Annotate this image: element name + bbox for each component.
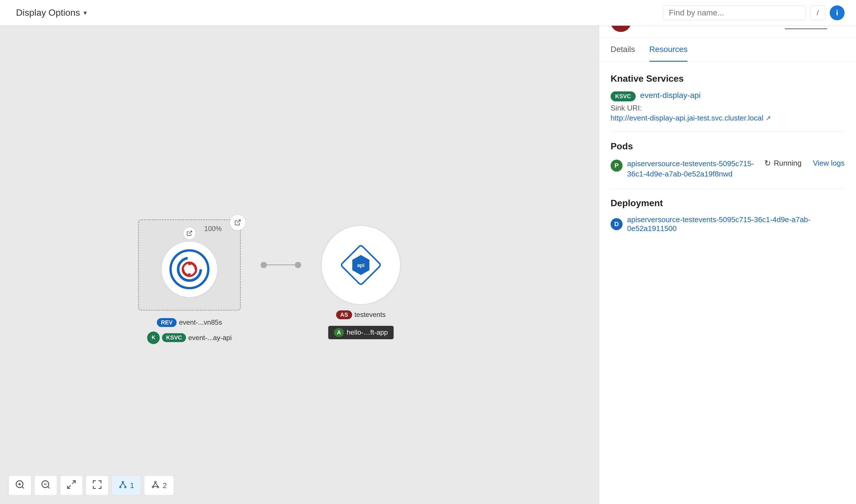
chevron-down-icon: ▾	[84, 9, 87, 17]
svg-line-15	[68, 485, 71, 489]
svg-point-21	[155, 481, 156, 483]
external-link-icon: ↗	[766, 114, 771, 122]
tab-details[interactable]: Details	[611, 38, 635, 62]
target-circle: api	[321, 225, 401, 305]
pod-name-link[interactable]: apiserversource-testevents-5095c715-36c1…	[627, 159, 764, 179]
topology-1-label: 1	[130, 481, 134, 490]
fit-icon	[66, 480, 76, 492]
topology-canvas: 100%	[0, 26, 599, 504]
rev-badge: REV	[157, 318, 177, 327]
zoom-out-icon	[40, 480, 51, 492]
svg-line-0	[237, 220, 240, 223]
deployment-title: Deployment	[611, 198, 844, 209]
topology-1-button[interactable]: 1	[111, 475, 141, 496]
as-label: testevents	[354, 311, 385, 319]
pod-badge: P	[611, 160, 623, 172]
zoom-in-icon	[15, 480, 25, 492]
connector	[264, 265, 298, 265]
svg-line-24	[153, 483, 156, 486]
deploy-badge: D	[611, 218, 623, 230]
svg-line-1	[189, 231, 192, 234]
a-badge: A	[334, 328, 344, 337]
zoom-in-button[interactable]	[8, 475, 31, 496]
target-as-row: AS testevents	[336, 310, 386, 319]
panel-tabs: Details Resources	[599, 38, 856, 62]
running-icon: ↻	[764, 159, 771, 168]
topology-2-label: 2	[162, 481, 167, 490]
running-status: ↻ Running	[764, 159, 801, 168]
ksvc-label: event-...ay-api	[188, 334, 232, 342]
sink-uri-label: Sink URI:	[611, 104, 844, 112]
top-bar: Display Options ▾ / i	[0, 0, 856, 26]
expand-button[interactable]	[86, 475, 108, 496]
target-a-row: A hello-…ft-app	[328, 326, 394, 339]
tab-resources[interactable]: Resources	[649, 38, 688, 62]
svg-line-14	[72, 481, 75, 484]
bottom-toolbar: 1 2	[8, 475, 174, 496]
svg-text:api: api	[357, 263, 365, 268]
ksvc-k-icon: K	[147, 331, 160, 344]
panel-content: Knative Services KSVC event-display-api …	[599, 62, 856, 504]
search-area: / i	[663, 5, 844, 20]
expand-icon	[92, 480, 102, 492]
source-circle	[161, 241, 218, 298]
svg-line-20	[123, 483, 125, 486]
ksvc-card: KSVC event-display-api	[611, 91, 844, 101]
rev-badge-row: REV event-...vn85s	[157, 318, 222, 327]
connector-dot-left	[261, 262, 267, 268]
source-percent: 100%	[204, 225, 222, 233]
sink-url-link[interactable]: http://event-display-api.jai-test.svc.cl…	[611, 114, 844, 123]
topology-container: 100%	[138, 219, 401, 311]
ksvc-service-link[interactable]: event-display-api	[640, 91, 701, 100]
svg-line-8	[22, 486, 24, 488]
display-options-button[interactable]: Display Options ▾	[12, 4, 91, 21]
rev-label: event-...vn85s	[179, 318, 222, 326]
search-input[interactable]	[663, 5, 806, 20]
a-label: hello-…ft-app	[347, 328, 388, 336]
knative-services-section: Knative Services KSVC event-display-api …	[611, 73, 844, 123]
source-icon	[170, 249, 209, 289]
divider-2	[611, 188, 844, 189]
pods-section: Pods P apiserversource-testevents-5095c7…	[611, 141, 844, 179]
connector-dot-right	[295, 262, 301, 268]
deploy-row: D apiserversource-testevents-5095c715-36…	[611, 215, 844, 233]
deploy-name-link[interactable]: apiserversource-testevents-5095c715-36c1…	[627, 215, 844, 233]
topology-2-icon	[151, 480, 160, 491]
as-badge: AS	[336, 310, 352, 319]
svg-point-17	[120, 486, 121, 488]
ksvc-bottom-row: K KSVC event-...ay-api	[139, 331, 240, 344]
right-panel: AS testevents Actions ▾ × Details Resour…	[599, 0, 856, 504]
svg-line-12	[48, 486, 50, 488]
ksvc-panel-badge: KSVC	[611, 91, 636, 101]
pods-title: Pods	[611, 141, 844, 151]
svg-point-2	[178, 258, 201, 281]
topology-1-icon	[119, 480, 127, 491]
source-node-external-link[interactable]	[230, 214, 246, 231]
source-inner-link[interactable]	[183, 227, 196, 239]
zoom-out-button[interactable]	[34, 475, 57, 496]
topology-2-button[interactable]: 2	[144, 475, 174, 496]
knative-services-title: Knative Services	[611, 73, 844, 84]
fit-to-screen-button[interactable]	[60, 475, 83, 496]
pods-left: P apiserversource-testevents-5095c715-36…	[611, 159, 764, 179]
source-node[interactable]: 100%	[138, 219, 241, 311]
diamond-icon: api	[335, 239, 387, 291]
svg-line-25	[155, 483, 158, 486]
info-icon[interactable]: i	[830, 5, 844, 20]
deployment-section: Deployment D apiserversource-testevents-…	[611, 198, 844, 233]
pods-row: P apiserversource-testevents-5095c715-36…	[611, 159, 844, 179]
view-logs-link[interactable]: View logs	[813, 159, 844, 168]
svg-point-18	[125, 486, 126, 488]
pods-right: ↻ Running View logs	[764, 159, 844, 168]
target-node[interactable]: api AS testevents A hello-…ft-app	[321, 225, 401, 305]
search-shortcut-badge: /	[810, 5, 825, 20]
connector-line	[264, 265, 298, 265]
display-options-label: Display Options	[16, 7, 80, 18]
svg-point-16	[122, 481, 124, 483]
svg-line-19	[120, 483, 123, 486]
ksvc-badge: KSVC	[162, 333, 186, 342]
